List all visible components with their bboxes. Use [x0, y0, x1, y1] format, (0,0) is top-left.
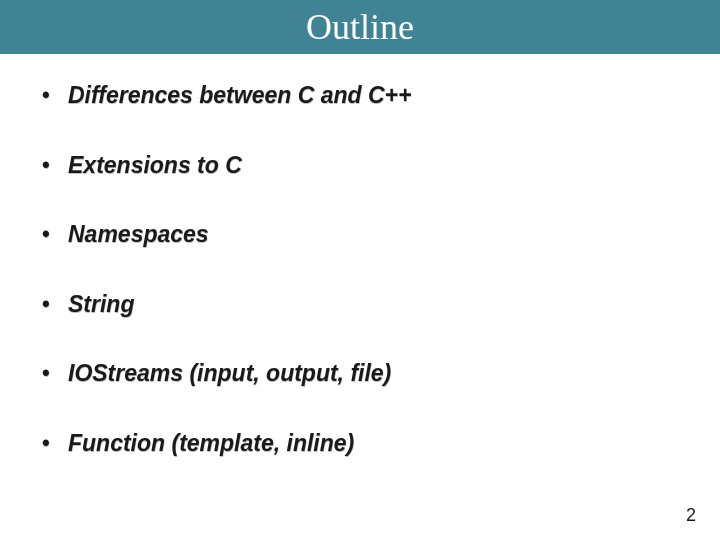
title-bar: Outline	[0, 0, 720, 54]
list-item: Extensions to C	[36, 152, 690, 180]
list-item: Differences between C and C++	[36, 82, 690, 110]
slide: Outline Differences between C and C++ Ex…	[0, 0, 720, 540]
list-item: Namespaces	[36, 221, 690, 249]
page-number: 2	[686, 505, 696, 526]
slide-content: Differences between C and C++ Extensions…	[0, 54, 720, 458]
list-item: IOStreams (input, output, file)	[36, 360, 690, 388]
bullet-list: Differences between C and C++ Extensions…	[36, 82, 690, 458]
slide-title: Outline	[306, 9, 414, 45]
list-item: Function (template, inline)	[36, 430, 690, 458]
list-item: String	[36, 291, 690, 319]
